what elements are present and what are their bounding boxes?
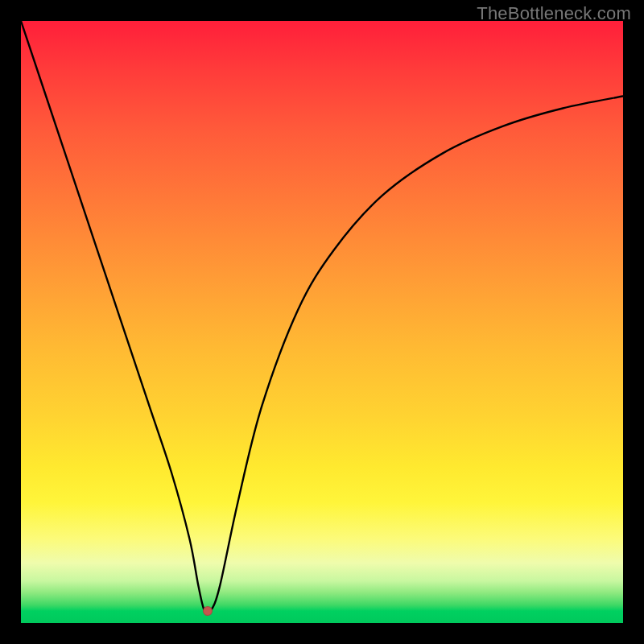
plot-area [21, 21, 623, 623]
optimal-point-marker [203, 606, 213, 616]
gradient-background [21, 21, 623, 623]
chart-frame: TheBottleneck.com [0, 0, 644, 644]
watermark-text: TheBottleneck.com [477, 3, 631, 24]
